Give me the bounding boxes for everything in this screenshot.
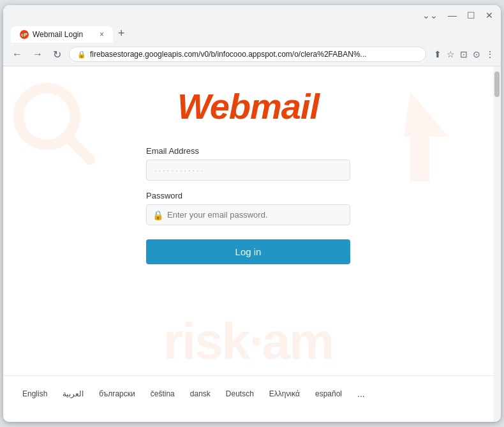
tab-search-icon[interactable]: ⊡ bbox=[460, 49, 468, 59]
login-form-container: Webmail Email Address Password 🔒 Log in bbox=[3, 66, 493, 264]
address-bar[interactable]: 🔒 firebasestorage.googleapis.com/v0/b/in… bbox=[69, 47, 426, 62]
scrollbar-thumb[interactable] bbox=[494, 71, 500, 97]
login-button[interactable]: Log in bbox=[146, 239, 350, 264]
address-bar-row: ← → ↻ 🔒 firebasestorage.googleapis.com/v… bbox=[3, 43, 501, 66]
close-icon[interactable]: ✕ bbox=[485, 10, 493, 20]
password-form-group: Password 🔒 bbox=[146, 191, 350, 225]
browser-window: ⌄⌄ — ☐ ✕ cP Webmail Login × + ← → ↻ 🔒 fi… bbox=[3, 5, 501, 422]
lang-bulgarian[interactable]: български bbox=[99, 389, 135, 398]
lang-arabic[interactable]: العربية bbox=[63, 389, 84, 398]
tab-title: Webmail Login bbox=[33, 30, 83, 39]
lang-spanish[interactable]: español bbox=[315, 389, 342, 398]
email-label: Email Address bbox=[146, 146, 350, 156]
active-tab[interactable]: cP Webmail Login × bbox=[11, 26, 113, 43]
webmail-logo: Webmail bbox=[177, 86, 319, 127]
share-icon[interactable]: ⬆ bbox=[434, 49, 441, 59]
scrollbar-track[interactable] bbox=[493, 66, 501, 422]
language-bar: English العربية български čeština dansk … bbox=[3, 375, 493, 409]
new-tab-button[interactable]: + bbox=[113, 24, 130, 43]
menu-icon[interactable]: ⋮ bbox=[485, 49, 494, 59]
url-display: firebasestorage.googleapis.com/v0/b/info… bbox=[90, 50, 367, 59]
maximize-icon[interactable]: ☐ bbox=[467, 10, 475, 20]
profile-icon[interactable]: ⊙ bbox=[473, 49, 480, 59]
page-content: risk·am Webmail Email Address Password 🔒 bbox=[3, 66, 493, 422]
lang-german[interactable]: Deutsch bbox=[226, 389, 254, 398]
email-input[interactable] bbox=[146, 160, 350, 181]
tab-favicon: cP bbox=[20, 30, 29, 39]
minimize-icon[interactable]: — bbox=[448, 10, 457, 20]
title-bar: ⌄⌄ — ☐ ✕ cP Webmail Login × + bbox=[3, 5, 501, 43]
password-input-wrapper: 🔒 bbox=[146, 204, 350, 225]
password-input[interactable] bbox=[146, 204, 350, 225]
secure-lock-icon: 🔒 bbox=[77, 50, 86, 59]
login-page: risk·am Webmail Email Address Password 🔒 bbox=[3, 66, 493, 422]
watermark-text: risk·am bbox=[163, 312, 333, 371]
lang-greek[interactable]: Ελληνικά bbox=[269, 389, 300, 398]
address-actions: ⬆ ☆ ⊡ ⊙ ⋮ bbox=[434, 49, 494, 59]
lang-english[interactable]: English bbox=[22, 389, 47, 398]
forward-button[interactable]: → bbox=[30, 47, 45, 61]
chevron-up-icon[interactable]: ⌄⌄ bbox=[422, 10, 438, 20]
email-form-group: Email Address bbox=[146, 146, 350, 181]
lang-danish[interactable]: dansk bbox=[190, 389, 211, 398]
tab-close-button[interactable]: × bbox=[100, 30, 104, 39]
lang-czech[interactable]: čeština bbox=[151, 389, 175, 398]
back-button[interactable]: ← bbox=[10, 47, 25, 61]
content-wrapper: risk·am Webmail Email Address Password 🔒 bbox=[3, 66, 501, 422]
password-lock-icon: 🔒 bbox=[152, 210, 163, 220]
password-label: Password bbox=[146, 191, 350, 200]
reload-button[interactable]: ↻ bbox=[50, 47, 64, 62]
bookmark-icon[interactable]: ☆ bbox=[447, 49, 455, 59]
lang-more-button[interactable]: ... bbox=[357, 389, 365, 399]
